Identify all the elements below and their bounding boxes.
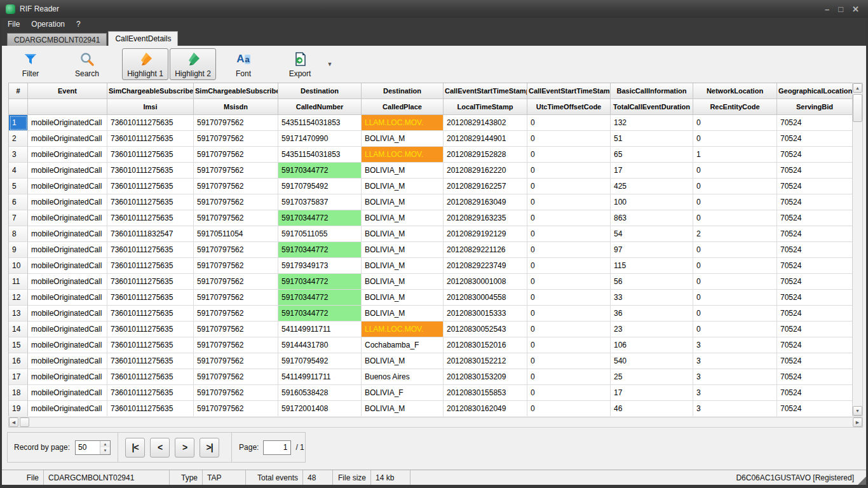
grid-cell[interactable]: 736010111275635 (107, 147, 194, 163)
grid-cell[interactable]: 59170797562 (194, 337, 278, 353)
grid-cell[interactable]: 59170797562 (194, 369, 278, 385)
grid-cell[interactable]: 20120830152212 (444, 353, 527, 369)
grid-cell[interactable]: 59172001408 (278, 401, 362, 416)
grid-cell[interactable]: 0 (527, 194, 611, 210)
menu-operation[interactable]: Operation (25, 18, 71, 30)
grid-cell[interactable]: mobileOriginatedCall (28, 353, 107, 369)
grid-cell[interactable]: 540 (611, 353, 693, 369)
grid-header-destination[interactable]: Destination (362, 83, 444, 99)
row-number-cell[interactable]: 8 (9, 226, 28, 242)
row-number-cell[interactable]: 18 (9, 385, 28, 401)
grid-cell[interactable]: 70524 (777, 290, 852, 306)
grid-cell[interactable]: 106 (611, 337, 693, 353)
vertical-scrollbar[interactable]: ▲ ▼ (852, 83, 863, 416)
scroll-up-button[interactable]: ▲ (853, 83, 862, 93)
grid-cell[interactable]: 3 (693, 353, 777, 369)
grid-cell[interactable]: 736010111275635 (107, 194, 194, 210)
grid-cell[interactable]: mobileOriginatedCall (28, 194, 107, 210)
last-page-button[interactable]: >| (200, 438, 219, 458)
grid-cell[interactable]: 20120830155853 (444, 385, 527, 401)
grid-cell[interactable]: 59170344772 (278, 242, 362, 258)
grid-cell[interactable]: 0 (527, 210, 611, 226)
grid-cell[interactable]: 736010111275635 (107, 337, 194, 353)
grid-cell[interactable]: LLAM.LOC.MOV. (362, 115, 444, 131)
grid-cell[interactable]: BOLIVIA_M (362, 194, 444, 210)
row-number-cell[interactable]: 7 (9, 210, 28, 226)
grid-cell[interactable]: 20120829152828 (444, 147, 527, 163)
grid-cell[interactable]: 54351154031853 (278, 115, 362, 131)
grid-cell[interactable]: mobileOriginatedCall (28, 210, 107, 226)
record-by-page-input[interactable] (76, 441, 100, 454)
grid-cell[interactable]: mobileOriginatedCall (28, 226, 107, 242)
grid-cell[interactable]: BOLIVIA_M (362, 274, 444, 290)
toolbar-overflow-button[interactable]: ▼ (324, 48, 336, 80)
grid-cell[interactable]: 59160538428 (278, 385, 362, 401)
grid-cell[interactable]: 736010111275635 (107, 290, 194, 306)
grid-subheader-msisdn[interactable]: Msisdn (194, 99, 278, 115)
grid-cell[interactable]: 20120829223749 (444, 258, 527, 274)
maximize-button[interactable]: □ (838, 5, 843, 13)
grid-subheader-utctimeoffsetcode[interactable]: UtcTimeOffsetCode (527, 99, 611, 115)
minimize-button[interactable]: – (825, 5, 829, 13)
grid-cell[interactable]: 70524 (777, 274, 852, 290)
grid-cell[interactable]: mobileOriginatedCall (28, 322, 107, 337)
grid-cell[interactable]: BOLIVIA_M (362, 242, 444, 258)
grid-cell[interactable]: 0 (527, 306, 611, 322)
scroll-right-button[interactable]: ▶ (853, 417, 862, 427)
grid-cell[interactable]: 20120829163049 (444, 194, 527, 210)
highlight1-button[interactable]: Highlight 1 (122, 48, 168, 80)
scroll-down-button[interactable]: ▼ (853, 406, 862, 416)
grid-cell[interactable]: mobileOriginatedCall (28, 401, 107, 416)
grid-cell[interactable]: 65 (611, 147, 693, 163)
grid-cell[interactable]: 59170344772 (278, 290, 362, 306)
grid-cell[interactable]: 0 (527, 226, 611, 242)
grid-cell[interactable]: 59170797562 (194, 290, 278, 306)
grid-cell[interactable]: 59170797562 (194, 147, 278, 163)
grid-cell[interactable]: 736010111275635 (107, 401, 194, 416)
grid-cell[interactable]: 0 (693, 115, 777, 131)
grid-cell[interactable]: BOLIVIA_F (362, 385, 444, 401)
grid-cell[interactable]: mobileOriginatedCall (28, 258, 107, 274)
grid-cell[interactable]: 0 (693, 210, 777, 226)
grid-cell[interactable]: 0 (527, 353, 611, 369)
grid-cell[interactable]: BOLIVIA_M (362, 306, 444, 322)
grid-cell[interactable]: 0 (527, 337, 611, 353)
grid-cell[interactable]: 59170797562 (194, 306, 278, 322)
grid-cell[interactable]: 59170795492 (278, 179, 362, 194)
grid-cell[interactable]: 0 (527, 131, 611, 147)
row-number-cell[interactable]: 15 (9, 337, 28, 353)
grid-cell[interactable]: 0 (527, 369, 611, 385)
grid-cell[interactable]: 736010111275635 (107, 131, 194, 147)
grid-cell[interactable]: 115 (611, 258, 693, 274)
grid-cell[interactable]: 70524 (777, 322, 852, 337)
grid-cell[interactable]: 59170344772 (278, 306, 362, 322)
grid-cell[interactable]: 70524 (777, 131, 852, 147)
grid-cell[interactable]: 0 (527, 401, 611, 416)
grid-cell[interactable]: BOLIVIA_M (362, 258, 444, 274)
tab-calleventdetails[interactable]: CallEventDetails (108, 31, 178, 46)
grid-cell[interactable]: 70524 (777, 258, 852, 274)
grid-header-simchargeablesubscriber[interactable]: SimChargeableSubscriber (107, 83, 194, 99)
grid-cell[interactable]: mobileOriginatedCall (28, 163, 107, 179)
row-number-cell[interactable]: 12 (9, 290, 28, 306)
grid-cell[interactable]: 0 (527, 258, 611, 274)
grid-cell[interactable]: 59170797562 (194, 401, 278, 416)
grid-cell[interactable]: 0 (693, 274, 777, 290)
grid-cell[interactable]: mobileOriginatedCall (28, 337, 107, 353)
grid-cell[interactable]: BOLIVIA_M (362, 290, 444, 306)
grid-cell[interactable]: 20120830152016 (444, 337, 527, 353)
grid-subheader-localtimestamp[interactable]: LocalTimeStamp (444, 99, 527, 115)
grid-cell[interactable]: 51 (611, 131, 693, 147)
grid-cell[interactable]: 70524 (777, 210, 852, 226)
grid-subheader-blank0[interactable] (9, 99, 28, 115)
search-button[interactable]: Search (65, 48, 109, 80)
grid-cell[interactable]: 20120830001008 (444, 274, 527, 290)
grid-cell[interactable]: 0 (693, 290, 777, 306)
grid-subheader-recentitycode[interactable]: RecEntityCode (693, 99, 777, 115)
tab-file[interactable]: CDARGCMBOLNT02941 (7, 33, 107, 46)
grid-cell[interactable]: 59170344772 (278, 210, 362, 226)
grid-cell[interactable]: 70524 (777, 194, 852, 210)
grid-cell[interactable]: mobileOriginatedCall (28, 369, 107, 385)
grid-subheader-callednumber[interactable]: CalledNumber (278, 99, 362, 115)
row-number-cell[interactable]: 10 (9, 258, 28, 274)
